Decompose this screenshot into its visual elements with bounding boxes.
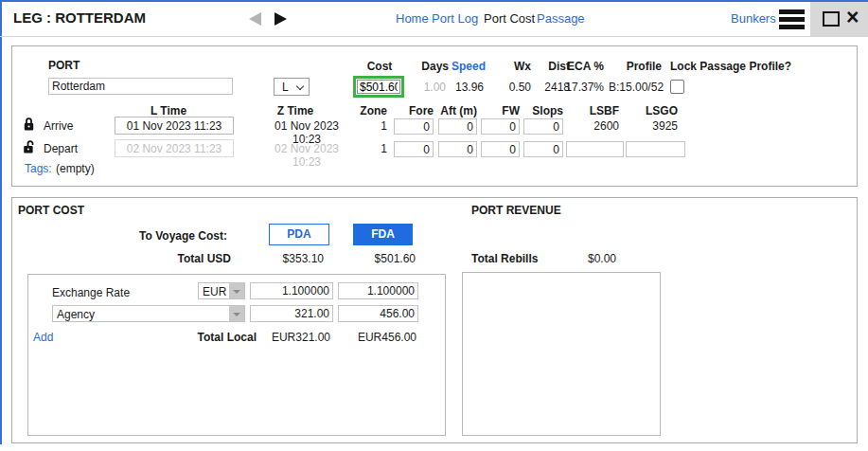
port-label: PORT [48, 59, 80, 72]
line-fda-input[interactable] [338, 305, 418, 322]
menu-icon[interactable] [779, 9, 805, 32]
rate-fda-input[interactable] [338, 282, 418, 299]
tab-home[interactable]: Home [396, 11, 429, 26]
chevron-down-icon [296, 82, 304, 90]
tab-passage[interactable]: Passage [537, 11, 585, 26]
depart-fore-input[interactable] [394, 141, 434, 157]
depart-ltime-input[interactable] [115, 139, 234, 157]
l-time-header: L Time [131, 104, 206, 117]
fw-header: FW [481, 104, 520, 117]
lock-passage-checkbox[interactable] [670, 80, 684, 94]
arrive-zone: 1 [349, 119, 387, 133]
port-revenue-box [462, 272, 661, 436]
to-voyage-cost-label: To Voyage Cost: [85, 229, 227, 243]
next-leg-arrow-icon[interactable] [275, 12, 287, 26]
leg-window: LEG : ROTTERDAM Home Port Log Port Cost … [0, 0, 868, 451]
arrive-label: Arrive [44, 119, 73, 133]
port-type-value: L [282, 81, 289, 94]
depart-lock-open-icon[interactable] [23, 139, 37, 154]
prev-leg-arrow-icon[interactable] [249, 12, 261, 26]
tab-port-log[interactable]: Port Log [432, 11, 478, 26]
depart-zone: 1 [349, 142, 387, 155]
depart-slops-input[interactable] [523, 141, 563, 157]
currency-value: EUR [203, 285, 226, 298]
local-cost-box: Exchange Rate EUR Agency Add Total Local… [27, 274, 446, 436]
slops-header: Slops [523, 104, 563, 117]
arrive-lsgo: 3925 [621, 119, 678, 133]
lsbf-header: LSBF [562, 104, 619, 117]
aft-header: Aft (m) [438, 104, 477, 117]
port-cost-panel: PORT COST To Voyage Cost: PDA FDA Total … [11, 197, 858, 443]
window-border-top [0, 0, 868, 2]
port-cost-title: PORT COST [18, 204, 84, 217]
page-title: LEG : ROTTERDAM [13, 9, 146, 26]
depart-fw-input[interactable] [481, 141, 520, 157]
lsgo-header: LSGO [621, 104, 678, 117]
close-button[interactable]: × [846, 5, 859, 29]
window-border-left [0, 0, 2, 444]
cost-item-dropdown[interactable]: Agency [52, 305, 245, 322]
eca-value: 17.37% [547, 81, 604, 94]
depart-aft-input[interactable] [438, 141, 477, 157]
arrive-lsbf: 2600 [562, 119, 619, 133]
pda-button[interactable]: PDA [269, 224, 329, 245]
depart-lsbf-input[interactable] [566, 141, 624, 157]
total-usd-pda: $353.10 [229, 252, 324, 265]
maximize-button[interactable] [823, 11, 840, 27]
bunkers-link[interactable]: Bunkers [731, 11, 776, 26]
port-panel: PORT L Cost Days Speed Wx Dist ECA % Pro… [11, 45, 858, 187]
profile-header: Profile [605, 60, 662, 73]
total-usd-fda: $501.60 [321, 252, 416, 265]
tags-link[interactable]: Tags: [25, 162, 52, 175]
arrive-fore-input[interactable] [394, 118, 434, 135]
currency-dropdown[interactable]: EUR [198, 282, 245, 299]
rate-pda-input[interactable] [250, 282, 333, 299]
arrive-fw-input[interactable] [481, 118, 520, 135]
depart-lsgo-input[interactable] [626, 141, 685, 157]
fda-button[interactable]: FDA [353, 224, 413, 245]
total-local-pda: EUR321.00 [236, 331, 330, 344]
currency-dropdown-arrow-icon [229, 283, 244, 298]
depart-ztime: 02 Nov 2023 10:23 [261, 142, 352, 169]
titlebar-divider [0, 36, 868, 37]
cost-item-value: Agency [57, 308, 95, 321]
arrive-lock-closed-icon[interactable] [23, 117, 35, 132]
total-usd-label: Total USD [89, 252, 231, 265]
line-pda-input[interactable] [250, 305, 333, 322]
arrive-slops-input[interactable] [523, 118, 563, 135]
arrive-aft-input[interactable] [438, 118, 477, 135]
cost-item-dropdown-arrow-icon [229, 306, 244, 321]
depart-label: Depart [44, 142, 78, 155]
eca-header: ECA % [547, 60, 604, 73]
add-link[interactable]: Add [33, 331, 53, 344]
tags-value: (empty) [56, 162, 95, 175]
port-type-dropdown[interactable]: L [274, 78, 310, 96]
total-rebills-label: Total Rebills [471, 252, 538, 265]
lock-passage-header: Lock Passage Profile? [670, 60, 793, 73]
tab-port-cost-active[interactable]: Port Cost [484, 11, 535, 26]
port-name-input[interactable] [48, 78, 233, 95]
z-time-header: Z Time [257, 104, 333, 117]
profile-value: B:15.00/52 [609, 81, 669, 94]
exchange-rate-label: Exchange Rate [52, 286, 130, 299]
zone-header: Zone [349, 104, 387, 117]
total-rebills-value: $0.00 [588, 252, 616, 265]
port-revenue-title: PORT REVENUE [471, 204, 561, 217]
arrive-ltime-input[interactable] [115, 117, 234, 135]
total-local-fda: EUR456.00 [322, 331, 416, 344]
